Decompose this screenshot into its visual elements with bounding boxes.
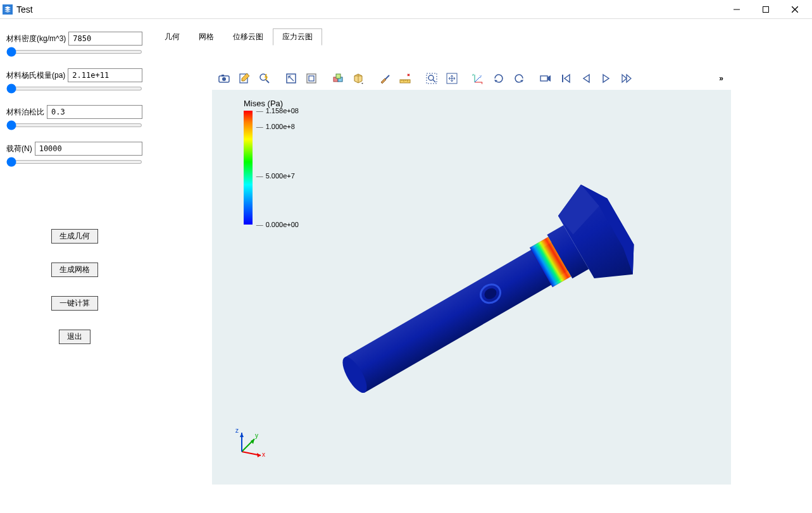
- play-back-icon[interactable]: [577, 69, 596, 88]
- search-bolt-icon[interactable]: [255, 69, 274, 88]
- legend-tick: 0.000e+00: [256, 221, 299, 228]
- window-close-button[interactable]: [780, 0, 809, 19]
- window-maximize-button[interactable]: [751, 0, 780, 19]
- color-legend: Mises (Pa) 1.158e+081.000e+85.000e+70.00…: [244, 99, 283, 225]
- play-icon[interactable]: [597, 69, 616, 88]
- svg-marker-42: [251, 439, 254, 444]
- write-icon[interactable]: [235, 69, 254, 88]
- svg-rect-18: [400, 80, 410, 83]
- window-title: Test: [16, 4, 33, 15]
- video-icon[interactable]: [536, 69, 555, 88]
- box-outline-icon[interactable]: [302, 69, 321, 88]
- tab-bar: 几何网格位移云图应力云图: [149, 28, 812, 46]
- svg-text:y: y: [480, 74, 482, 78]
- window-titlebar: Test: [0, 0, 812, 19]
- tab-网格[interactable]: 网格: [189, 28, 223, 46]
- param-input[interactable]: [68, 68, 142, 82]
- param-label: 载荷(N): [6, 144, 32, 154]
- svg-rect-2: [763, 6, 769, 12]
- axis-y-label: y: [255, 432, 258, 439]
- param-slider[interactable]: [6, 87, 142, 90]
- pan-icon[interactable]: [442, 69, 461, 88]
- svg-rect-30: [562, 75, 563, 82]
- exit-button[interactable]: 退出: [59, 330, 91, 344]
- toolbar-more-icon[interactable]: »: [714, 74, 728, 83]
- svg-rect-13: [309, 76, 314, 81]
- legend-tick: 1.000e+8: [256, 123, 295, 130]
- generate-geometry-button[interactable]: 生成几何: [51, 229, 98, 244]
- app-icon: [3, 4, 13, 15]
- window-minimize-button[interactable]: [722, 0, 751, 19]
- param-label: 材料密度(kg/m^3): [6, 34, 66, 44]
- param-slider[interactable]: [6, 50, 142, 54]
- select-box-icon[interactable]: [282, 69, 301, 88]
- one-click-calc-button[interactable]: 一键计算: [51, 296, 98, 311]
- tab-应力云图[interactable]: 应力云图: [273, 28, 322, 46]
- cube-dropdown-icon[interactable]: [349, 69, 368, 88]
- fea-model: [297, 152, 652, 456]
- svg-point-6: [222, 77, 226, 81]
- svg-line-25: [475, 77, 480, 82]
- svg-rect-31: [344, 244, 562, 392]
- legend-colorbar: [244, 111, 253, 225]
- axis-triad: x y z: [234, 425, 268, 459]
- svg-line-17: [385, 75, 389, 79]
- legend-tick: 5.000e+7: [256, 172, 295, 180]
- generate-mesh-button[interactable]: 生成网格: [51, 263, 98, 277]
- rotate-cw-icon[interactable]: [489, 69, 508, 88]
- svg-point-20: [428, 75, 434, 80]
- ruler-cross-icon[interactable]: [396, 69, 415, 88]
- svg-rect-29: [540, 76, 547, 81]
- param-slider[interactable]: [6, 123, 142, 127]
- viewer-toolbar: zxy»: [212, 67, 731, 90]
- first-frame-icon[interactable]: [556, 69, 575, 88]
- param-input[interactable]: [35, 142, 142, 156]
- svg-marker-40: [257, 453, 261, 457]
- svg-rect-7: [222, 75, 224, 77]
- fast-forward-icon[interactable]: [617, 69, 636, 88]
- param-input[interactable]: [47, 105, 142, 119]
- sidebar: 材料密度(kg/m^3)材料杨氏模量(pa)材料泊松比载荷(N) 生成几何 生成…: [0, 19, 149, 513]
- tab-位移云图[interactable]: 位移云图: [223, 28, 273, 46]
- param-label: 材料杨氏模量(pa): [6, 70, 65, 81]
- rotate-ccw-icon[interactable]: [509, 69, 528, 88]
- svg-text:x: x: [481, 81, 483, 85]
- svg-marker-44: [240, 433, 244, 437]
- svg-rect-12: [307, 74, 316, 83]
- axes-icon[interactable]: zxy: [469, 69, 488, 88]
- viewer[interactable]: zxy» Mises (Pa) 1.158e+081.000e+85.000e+…: [212, 67, 731, 485]
- axis-z-label: z: [235, 427, 239, 434]
- tab-几何[interactable]: 几何: [155, 28, 189, 46]
- param-label: 材料泊松比: [6, 107, 44, 118]
- legend-tick: 1.158e+08: [256, 107, 299, 114]
- svg-text:z: z: [472, 73, 474, 77]
- zoom-area-icon[interactable]: [422, 69, 441, 88]
- svg-rect-16: [336, 74, 340, 78]
- brush-icon[interactable]: [375, 69, 394, 88]
- axis-x-label: x: [262, 451, 265, 458]
- svg-line-21: [433, 80, 435, 82]
- camera-icon[interactable]: [215, 69, 234, 88]
- param-slider[interactable]: [6, 160, 142, 164]
- param-input[interactable]: [68, 32, 142, 46]
- cubes-icon[interactable]: [328, 69, 347, 88]
